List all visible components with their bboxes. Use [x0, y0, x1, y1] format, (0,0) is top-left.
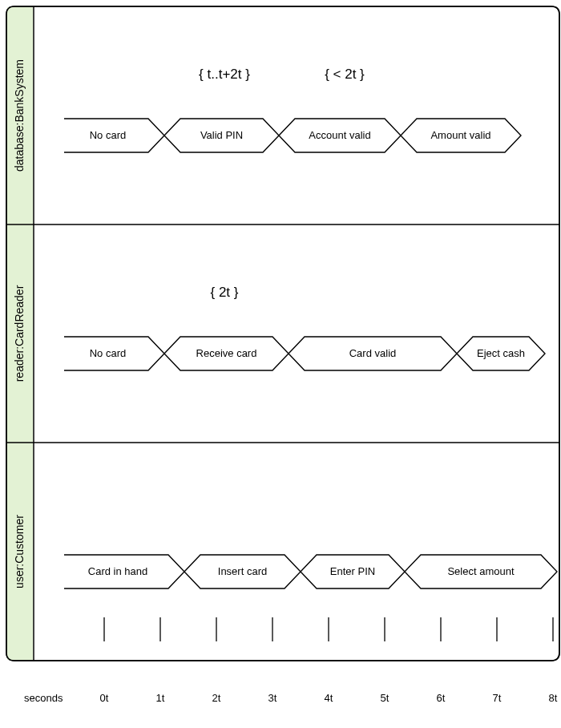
state-label: Valid PIN	[200, 129, 243, 141]
lane-label: database:BankSystem	[13, 59, 26, 172]
axis-tick-label: 8t	[549, 692, 558, 704]
axis-tick-label: 3t	[268, 692, 277, 704]
lane-label: user:Customer	[13, 515, 26, 588]
state-label: Amount valid	[430, 129, 490, 141]
timing-constraint: { t..t+2t }	[199, 67, 250, 82]
state-label: No card	[90, 347, 127, 359]
lane-label: reader:CardReader	[13, 285, 26, 382]
axis-tick-label: 1t	[156, 692, 165, 704]
state-label: Card valid	[349, 347, 397, 359]
state-label: Select amount	[447, 565, 514, 577]
state-label: Insert card	[218, 565, 267, 577]
timing-constraint: { 2t }	[211, 285, 239, 300]
axis-tick-label: 7t	[493, 692, 502, 704]
state-label: No card	[90, 129, 127, 141]
axis-title: seconds	[24, 692, 63, 704]
axis-tick-label: 2t	[212, 692, 221, 704]
state-label: Eject cash	[477, 347, 525, 359]
state-label: Account valid	[309, 129, 370, 141]
lane-reader: reader:CardReader{ 2t }No cardReceive ca…	[13, 285, 545, 382]
timing-constraint: { < 2t }	[325, 67, 365, 82]
axis-tick-label: 0t	[100, 692, 109, 704]
timing-diagram: database:BankSystem{ t..t+2t }{ < 2t }No…	[0, 0, 561, 728]
lane-database: database:BankSystem{ t..t+2t }{ < 2t }No…	[13, 59, 521, 172]
state-label: Card in hand	[88, 565, 147, 577]
axis-tick-label: 6t	[437, 692, 446, 704]
lane-user: user:CustomerCard in handInsert cardEnte…	[13, 515, 557, 588]
axis-tick-label: 5t	[381, 692, 389, 704]
axis-tick-label: 4t	[325, 692, 333, 704]
state-label: Enter PIN	[330, 565, 375, 577]
state-label: Receive card	[196, 347, 257, 359]
